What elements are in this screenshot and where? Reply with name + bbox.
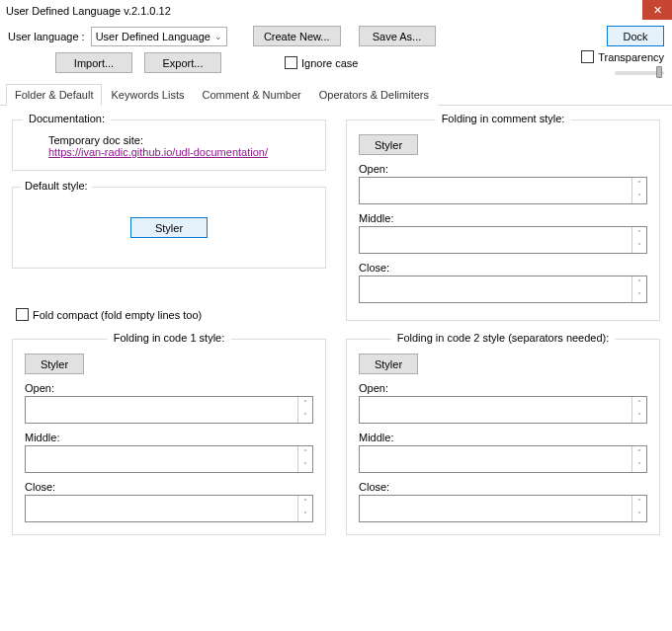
code2-open-input[interactable]: ˄˅ (359, 396, 647, 424)
tab-keywords-lists[interactable]: Keywords Lists (102, 84, 193, 106)
checkbox-icon (285, 56, 297, 69)
code1-styler-button[interactable]: Styler (25, 354, 84, 374)
user-language-label: User language : (8, 31, 85, 42)
spin-down-icon[interactable]: ˅ (298, 410, 312, 423)
folding-code1-group: Folding in code 1 style: Styler Open: ˄˅… (12, 339, 326, 535)
close-icon: ✕ (653, 4, 662, 17)
spin-up-icon[interactable]: ˄ (632, 276, 646, 289)
import-button[interactable]: Import... (55, 52, 132, 73)
checkbox-icon (16, 308, 29, 321)
user-language-value: User Defined Language (96, 31, 210, 42)
spin-up-icon[interactable]: ˄ (298, 397, 312, 410)
spin-down-icon[interactable]: ˅ (632, 191, 646, 203)
top-row-2: Import... Export... Ignore case Transpar… (0, 48, 672, 83)
code1-close-label: Close: (25, 481, 313, 493)
spin-up-icon[interactable]: ˄ (298, 496, 312, 509)
spin-down-icon[interactable]: ˅ (632, 289, 646, 302)
transparency-label: Transparency (598, 51, 664, 63)
code1-close-input[interactable]: ˄˅ (25, 495, 313, 522)
save-as-button[interactable]: Save As... (359, 26, 436, 46)
default-style-legend: Default style: (21, 180, 92, 192)
code1-open-label: Open: (25, 382, 313, 394)
default-style-group: Default style: Styler (12, 187, 326, 269)
default-styler-button[interactable]: Styler (130, 217, 208, 238)
fold-compact-checkbox[interactable]: Fold compact (fold empty lines too) (16, 308, 326, 321)
code2-middle-input[interactable]: ˄˅ (359, 445, 647, 473)
checkbox-icon (581, 50, 594, 63)
dock-button[interactable]: Dock (607, 26, 664, 46)
folding-code2-legend: Folding in code 2 style (separators need… (391, 332, 616, 344)
window-title: User Defined Language v.2.1.0.12 (6, 5, 642, 17)
spin-down-icon[interactable]: ˅ (298, 459, 312, 472)
spin-down-icon[interactable]: ˅ (298, 509, 312, 521)
ignore-case-checkbox[interactable]: Ignore case (285, 56, 358, 69)
spin-down-icon[interactable]: ˅ (632, 509, 646, 521)
tab-operators-delimiters[interactable]: Operators & Delimiters (310, 84, 438, 106)
code2-close-input[interactable]: ˄˅ (359, 495, 647, 522)
comment-open-label: Open: (359, 163, 647, 175)
transparency-slider[interactable] (615, 71, 664, 75)
comment-close-label: Close: (359, 262, 647, 274)
spin-up-icon[interactable]: ˄ (298, 446, 312, 459)
fold-compact-label: Fold compact (fold empty lines too) (33, 309, 202, 321)
folding-comment-group: Folding in comment style: Styler Open: ˄… (346, 119, 660, 321)
doc-link[interactable]: https://ivan-radic.github.io/udl-documen… (48, 146, 268, 158)
code2-open-label: Open: (359, 382, 647, 394)
comment-middle-input[interactable]: ˄˅ (359, 226, 647, 254)
comment-close-input[interactable]: ˄˅ (359, 276, 647, 303)
code1-middle-label: Middle: (25, 432, 313, 443)
close-button[interactable]: ✕ (642, 0, 672, 20)
top-row-1: User language : User Defined Language ⌄ … (0, 22, 672, 48)
titlebar: User Defined Language v.2.1.0.12 ✕ (0, 0, 672, 22)
chevron-down-icon: ⌄ (214, 32, 222, 41)
spin-down-icon[interactable]: ˅ (632, 459, 646, 472)
spin-up-icon[interactable]: ˄ (632, 397, 646, 410)
tab-folder-default[interactable]: Folder & Default (6, 84, 102, 106)
tab-bar: Folder & Default Keywords Lists Comment … (0, 83, 672, 106)
temp-doc-label: Temporary doc site: (48, 134, 313, 146)
folding-code1-legend: Folding in code 1 style: (108, 332, 231, 344)
spin-down-icon[interactable]: ˅ (632, 240, 646, 253)
code2-middle-label: Middle: (359, 432, 647, 443)
documentation-legend: Documentation: (23, 113, 111, 124)
spin-up-icon[interactable]: ˄ (632, 446, 646, 459)
ignore-case-label: Ignore case (301, 57, 358, 69)
spin-up-icon[interactable]: ˄ (632, 227, 646, 240)
code1-middle-input[interactable]: ˄˅ (25, 445, 313, 473)
tab-comment-number[interactable]: Comment & Number (193, 84, 309, 106)
slider-thumb-icon (656, 66, 662, 78)
documentation-group: Documentation: Temporary doc site: https… (12, 119, 326, 171)
comment-open-input[interactable]: ˄˅ (359, 177, 647, 204)
folding-code2-group: Folding in code 2 style (separators need… (346, 339, 660, 535)
comment-middle-label: Middle: (359, 212, 647, 224)
spin-up-icon[interactable]: ˄ (632, 178, 646, 191)
tab-content: Documentation: Temporary doc site: https… (0, 106, 672, 545)
udl-window: User Defined Language v.2.1.0.12 ✕ User … (0, 0, 672, 631)
spin-up-icon[interactable]: ˄ (632, 496, 646, 509)
comment-styler-button[interactable]: Styler (359, 134, 418, 155)
transparency-checkbox[interactable]: Transparency (581, 50, 664, 63)
code2-styler-button[interactable]: Styler (359, 354, 418, 374)
export-button[interactable]: Export... (144, 52, 221, 73)
spin-down-icon[interactable]: ˅ (632, 410, 646, 423)
code2-close-label: Close: (359, 481, 647, 493)
create-new-button[interactable]: Create New... (253, 26, 341, 46)
folding-comment-legend: Folding in comment style: (436, 113, 571, 124)
code1-open-input[interactable]: ˄˅ (25, 396, 313, 424)
user-language-select[interactable]: User Defined Language ⌄ (91, 27, 227, 46)
